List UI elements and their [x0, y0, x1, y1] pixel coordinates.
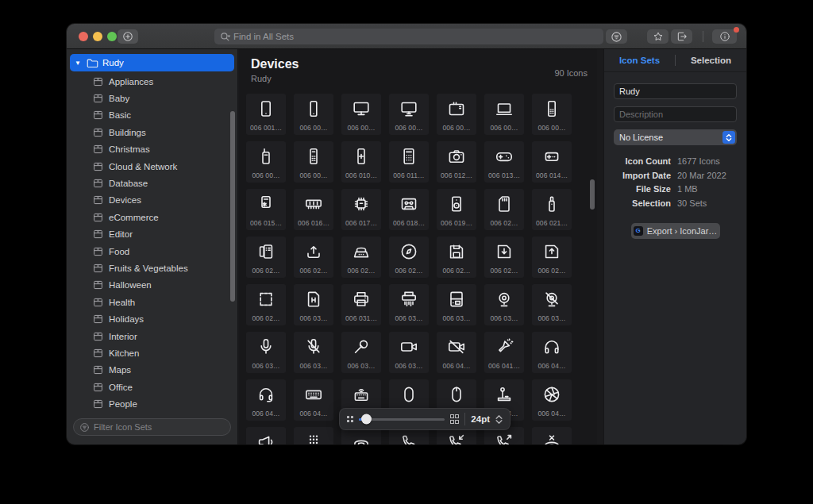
set-description-field[interactable] [614, 106, 737, 122]
sidebar-item-database[interactable]: Database [67, 175, 237, 191]
export-iconjar-button[interactable]: G Export › IconJar… [631, 223, 720, 239]
sidebar-item-fruits-vegetables[interactable]: Fruits & Vegetables [67, 260, 237, 276]
search-field[interactable] [214, 29, 603, 44]
icon-cell[interactable]: 006 03… [437, 284, 476, 325]
icon-cell[interactable]: 006 03… [532, 284, 572, 325]
icon-cell[interactable]: 006 02… [294, 237, 333, 278]
icon-cell[interactable]: 006 03… [294, 284, 333, 325]
icon-cell[interactable]: 006 02… [246, 237, 286, 278]
icon-cell[interactable]: 006 02… [437, 237, 476, 278]
sidebar-item-devices[interactable]: Devices [67, 192, 237, 209]
sidebar-item-health[interactable]: Health [67, 294, 237, 310]
small-grid-icon[interactable] [347, 416, 353, 422]
icon-cell[interactable]: 006 00… [294, 141, 333, 183]
icon-cell[interactable]: 006 010… [341, 141, 381, 183]
icon-cell[interactable]: 006 00… [437, 94, 476, 135]
sidebar-item-food[interactable]: Food [67, 243, 237, 260]
icon-cell[interactable]: 006 03… [389, 284, 429, 325]
title-bar[interactable] [67, 24, 746, 49]
sidebar-item-baby[interactable]: Baby [67, 90, 237, 106]
icon-cell[interactable]: 006 00… [484, 94, 524, 135]
add-set-button[interactable] [118, 29, 138, 44]
icon-cell[interactable]: 006 016… [294, 189, 333, 230]
icon-cell[interactable]: 006 00… [532, 94, 572, 135]
icon-name-label: 006 03… [294, 314, 333, 322]
icon-cell[interactable]: 006 04… [246, 379, 286, 421]
icon-cell[interactable] [294, 427, 333, 444]
tab-selection[interactable]: Selection [676, 56, 746, 65]
icon-cell[interactable] [532, 427, 572, 444]
icon-cell[interactable]: 006 02… [389, 237, 429, 278]
set-description-input[interactable] [619, 110, 731, 119]
sidebar-item-holidays[interactable]: Holidays [67, 310, 237, 327]
icon-cell[interactable]: 006 04… [532, 379, 572, 421]
close-window-button[interactable] [79, 32, 88, 41]
disclosure-triangle-icon[interactable]: ▼ [75, 60, 83, 67]
set-name-field[interactable] [614, 83, 737, 99]
sidebar-root-rudy[interactable]: ▼ Rudy [70, 54, 234, 71]
icon-cell[interactable]: 006 02… [532, 237, 572, 278]
tab-icon-sets[interactable]: Icon Sets [604, 56, 675, 65]
zoom-window-button[interactable] [107, 32, 117, 41]
sidebar-scrollbar[interactable] [230, 111, 235, 302]
icon-cell[interactable]: 006 02… [246, 284, 286, 325]
filter-sets-input[interactable] [94, 422, 225, 432]
info-button[interactable] [712, 29, 737, 44]
export-button[interactable] [671, 29, 692, 44]
icon-cell[interactable]: 006 03… [484, 284, 524, 325]
slider-thumb[interactable] [361, 414, 372, 425]
sidebar-item-interior[interactable]: Interior [67, 328, 237, 344]
video-camera-off-icon [446, 337, 467, 357]
icon-cell[interactable]: 006 00… [389, 94, 429, 135]
sidebar-item-cloud-network[interactable]: Cloud & Network [67, 158, 237, 175]
icon-cell[interactable]: 006 02… [484, 237, 524, 278]
icon-cell[interactable]: 006 00… [294, 94, 333, 135]
grid-scrollbar[interactable] [590, 179, 595, 210]
size-stepper[interactable] [495, 415, 503, 424]
icon-cell[interactable]: 006 00… [341, 94, 381, 135]
sidebar-item-basic[interactable]: Basic [67, 107, 237, 124]
sidebar-item-buildings[interactable]: Buildings [67, 124, 237, 140]
sidebar-item-halloween[interactable]: Halloween [67, 277, 237, 294]
icon-cell[interactable]: 006 00… [246, 141, 286, 183]
icon-cell[interactable]: 006 03… [294, 332, 333, 373]
icon-size-slider[interactable] [359, 418, 445, 421]
license-select[interactable]: No License [614, 129, 737, 145]
icon-cell[interactable]: 006 014… [532, 141, 572, 183]
icon-cell[interactable]: 006 013… [484, 141, 524, 183]
icon-cell[interactable]: 006 019… [437, 189, 476, 230]
icon-cell[interactable]: 006 03… [389, 332, 429, 373]
sidebar-item-office[interactable]: Office [67, 379, 237, 395]
icon-cell[interactable]: 006 04… [437, 332, 476, 373]
icon-cell[interactable]: 006 018… [389, 189, 429, 230]
favorite-button[interactable] [647, 29, 669, 44]
icon-cell[interactable]: 006 04… [294, 379, 333, 421]
icon-cell[interactable]: 006 031… [341, 284, 381, 325]
search-input[interactable] [233, 32, 598, 41]
icon-cell[interactable]: 006 012… [437, 141, 476, 183]
icon-cell[interactable]: 006 015… [246, 189, 286, 230]
icon-cell[interactable]: 006 04… [532, 332, 572, 373]
large-grid-icon[interactable] [450, 414, 460, 424]
icon-cell[interactable] [246, 427, 286, 444]
icon-cell[interactable]: 006 02… [484, 189, 524, 230]
icon-cell[interactable]: 006 011… [389, 141, 429, 183]
sidebar-item-editor[interactable]: Editor [67, 226, 237, 243]
icon-cell[interactable]: 006 02… [341, 237, 381, 278]
icon-cell[interactable]: 006 021… [532, 189, 572, 230]
icon-cell[interactable]: 006 001… [246, 94, 286, 135]
icon-cell[interactable]: 006 03… [246, 332, 286, 373]
sidebar-item-people[interactable]: People [67, 395, 237, 412]
filter-sets-field[interactable] [73, 418, 231, 436]
icon-cell[interactable]: 006 017… [341, 189, 381, 230]
minimize-window-button[interactable] [93, 32, 102, 41]
icon-cell[interactable]: 006 03… [341, 332, 381, 373]
filter-button[interactable] [606, 29, 627, 44]
sidebar-item-christmas[interactable]: Christmas [67, 141, 237, 158]
sidebar-item-ecommerce[interactable]: eCommerce [67, 209, 237, 225]
set-name-input[interactable] [619, 87, 731, 96]
sidebar-item-kitchen[interactable]: Kitchen [67, 344, 237, 361]
sidebar-item-maps[interactable]: Maps [67, 362, 237, 379]
icon-cell[interactable]: 006 041… [484, 332, 524, 373]
sidebar-item-appliances[interactable]: Appliances [67, 73, 237, 90]
